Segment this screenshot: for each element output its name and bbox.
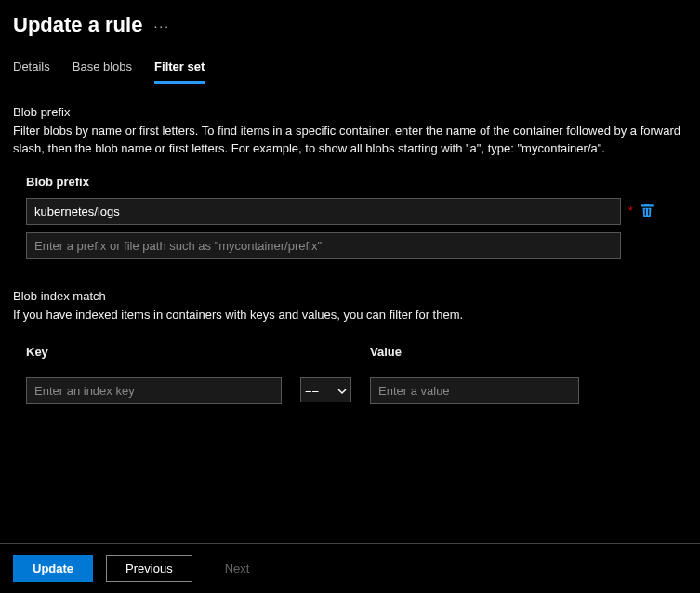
update-button[interactable]: Update [13,555,93,582]
tab-bar: Details Base blobs Filter set [0,45,700,85]
blob-prefix-field-label: Blob prefix [26,175,687,189]
page-title: Update a rule [13,13,142,37]
blob-prefix-heading: Blob prefix [13,105,687,119]
operator-select[interactable]: == [300,377,351,402]
blob-prefix-input-2[interactable] [26,232,621,259]
index-value-input[interactable] [370,377,579,404]
index-key-input[interactable] [26,377,282,404]
more-icon[interactable]: ··· [153,19,170,33]
blob-prefix-input-1[interactable] [26,198,621,225]
tab-filter-set[interactable]: Filter set [154,59,205,84]
chevron-down-icon [337,385,347,394]
blob-index-heading: Blob index match [13,289,700,303]
operator-value: == [305,383,319,397]
previous-button[interactable]: Previous [106,555,192,582]
tab-base-blobs[interactable]: Base blobs [73,59,132,84]
trash-icon[interactable] [639,203,655,219]
key-column-label: Key [26,345,282,359]
value-column-label: Value [370,345,579,359]
blob-index-description: If you have indexed items in containers … [13,307,700,324]
next-button: Next [205,555,270,582]
tab-details[interactable]: Details [13,59,50,84]
required-indicator: * [628,204,633,217]
blob-prefix-description: Filter blobs by name or first letters. T… [13,123,687,158]
footer-bar: Update Previous Next [0,543,700,593]
